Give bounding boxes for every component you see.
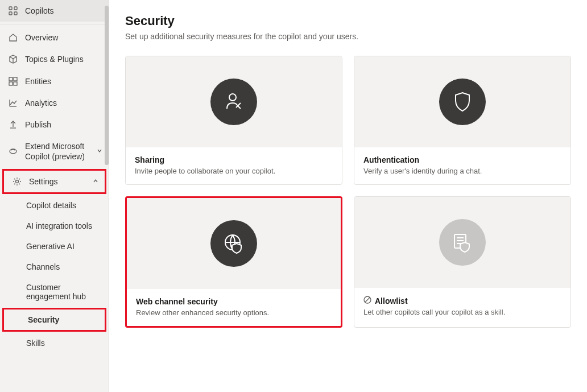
sub-ai[interactable]: AI integration tools	[0, 216, 109, 236]
nav-extend[interactable]: Extend Microsoft Copilot (preview)	[0, 135, 109, 167]
card-icon-area	[127, 198, 341, 289]
nav-copilots[interactable]: Copilots	[0, 0, 109, 22]
card-desc: Let other copilots call your copilot as …	[363, 308, 561, 316]
card-sharing[interactable]: Sharing Invite people to collaborate on …	[125, 56, 342, 185]
nav-entities[interactable]: Entities	[0, 71, 109, 92]
cards-grid: Sharing Invite people to collaborate on …	[125, 56, 571, 328]
nav-label: Publish	[25, 119, 101, 130]
svg-rect-7	[14, 82, 17, 85]
svg-rect-1	[14, 7, 17, 10]
chart-icon	[8, 98, 18, 108]
nav-label: Settings	[29, 176, 97, 187]
nav-label: Extend Microsoft Copilot (preview)	[25, 141, 101, 162]
sub-gen[interactable]: Generative AI	[0, 236, 109, 257]
globe-shield-icon	[210, 220, 257, 267]
list-shield-icon	[439, 219, 486, 266]
nav-label: Analytics	[25, 98, 101, 108]
page-title: Security	[125, 14, 571, 28]
card-icon-area	[126, 56, 342, 147]
card-allowlist[interactable]: Allowlist Let other copilots call your c…	[354, 196, 571, 328]
upload-icon	[8, 119, 18, 130]
card-desc: Invite people to collaborate on your cop…	[135, 167, 333, 175]
svg-point-8	[10, 149, 16, 154]
sub-channels[interactable]: Channels	[0, 257, 109, 277]
card-icon-area	[354, 56, 571, 147]
svg-point-10	[229, 94, 236, 101]
svg-rect-4	[9, 77, 13, 81]
scrollbar[interactable]	[104, 0, 109, 392]
grid-icon	[8, 6, 18, 16]
svg-rect-6	[9, 82, 13, 85]
divider	[0, 24, 109, 24]
home-icon	[8, 32, 18, 43]
share-icon	[210, 79, 257, 125]
card-title: Allowlist	[363, 296, 561, 306]
nav-label: Overview	[25, 32, 101, 43]
box-icon	[8, 54, 18, 64]
svg-point-9	[16, 180, 19, 183]
gear-icon	[12, 176, 22, 187]
sub-details[interactable]: Copilot details	[0, 195, 109, 216]
svg-rect-0	[9, 7, 12, 10]
chevron-down-icon	[96, 146, 103, 156]
card-web-channel-security[interactable]: Web channel security Review other enhanc…	[125, 196, 342, 328]
entities-icon	[8, 76, 18, 86]
main-content: Security Set up additional security meas…	[109, 0, 587, 392]
svg-rect-3	[14, 12, 17, 15]
nav-topics[interactable]: Topics & Plugins	[0, 48, 109, 70]
card-icon-area	[354, 197, 571, 288]
sidebar: Copilots Overview Topics & Plugins Entit…	[0, 0, 109, 392]
nav-label: Copilots	[25, 6, 101, 16]
nav-overview[interactable]: Overview	[0, 27, 109, 48]
sub-security[interactable]: Security	[4, 310, 105, 330]
card-desc: Verify a user's identity during a chat.	[363, 167, 561, 175]
sub-skills[interactable]: Skills	[0, 333, 109, 353]
svg-rect-2	[9, 12, 12, 15]
chevron-up-icon	[92, 176, 99, 187]
svg-rect-5	[14, 77, 17, 81]
nav-analytics[interactable]: Analytics	[0, 92, 109, 114]
card-title: Authentication	[363, 155, 561, 164]
card-title: Web channel security	[136, 297, 332, 306]
blocked-icon	[363, 296, 371, 306]
nav-settings[interactable]: Settings	[2, 169, 106, 194]
card-title: Sharing	[135, 155, 333, 164]
sub-customer[interactable]: Customer engagement hub	[0, 277, 109, 307]
shield-icon	[439, 79, 486, 125]
nav-label: Entities	[25, 76, 101, 86]
card-authentication[interactable]: Authentication Verify a user's identity …	[354, 56, 571, 185]
page-subtitle: Set up additional security measures for …	[125, 32, 571, 41]
nav-label: Topics & Plugins	[25, 54, 101, 64]
copilot-icon	[8, 146, 18, 156]
nav-publish[interactable]: Publish	[0, 114, 109, 135]
card-desc: Review other enhanced security options.	[136, 308, 332, 317]
card-title-text: Allowlist	[375, 296, 408, 306]
